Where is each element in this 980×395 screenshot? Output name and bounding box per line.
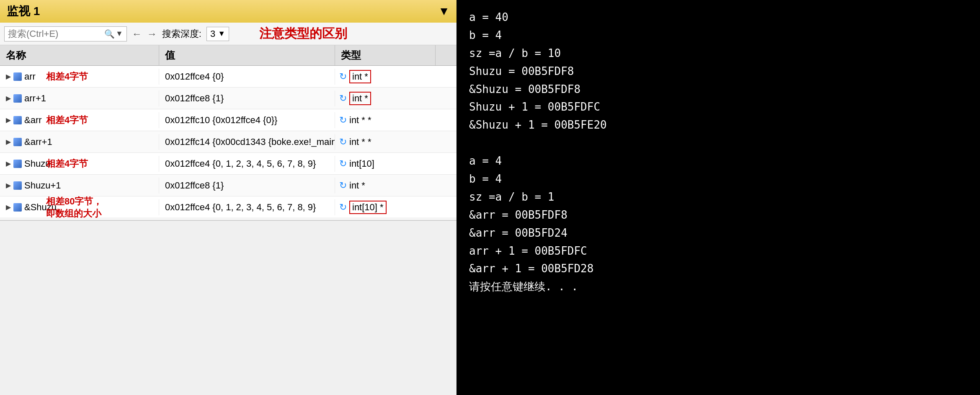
anno-diff-80: 相差80字节，即数组的大小: [46, 199, 102, 215]
expand-icon[interactable]: ▶: [6, 181, 11, 189]
type-cell: ↻ int * 一级指针: [335, 67, 436, 86]
type-cell: ↻ int * * 二级指针: [335, 112, 436, 128]
table-row: ▶ &arr 相差4字节 0x012ffc10 {0x012ffce4 {0}}…: [0, 109, 456, 131]
name-cell: ▶ Shuzu+1: [0, 178, 159, 194]
type-value-1: int *: [349, 92, 371, 105]
refresh-icon-2[interactable]: ↻: [339, 115, 347, 126]
search-icon[interactable]: 🔍: [104, 29, 115, 39]
back-arrow[interactable]: ←: [132, 28, 142, 40]
col-type: 类型: [335, 45, 436, 65]
bottom-spacer: [0, 220, 456, 395]
search-dropdown[interactable]: ▼: [116, 29, 123, 38]
console-panel: a = 40 b = 4 sz =a / b = 10 Shuzu = 00B5…: [456, 0, 980, 395]
anno-diff-4-1: 相差4字节: [46, 70, 88, 83]
depth-label: 搜索深度:: [162, 28, 201, 40]
col-value: 值: [159, 45, 335, 65]
toolbar: 🔍 ▼ ← → 搜索深度: 3 ▼ 注意类型的区别: [0, 23, 456, 45]
expand-icon[interactable]: ▶: [6, 116, 11, 124]
forward-arrow[interactable]: →: [147, 28, 157, 40]
search-input[interactable]: [8, 28, 104, 39]
type-cell: ↻ int[10] *: [335, 198, 436, 217]
depth-dropdown-arrow[interactable]: ▼: [218, 29, 225, 38]
value-cell: 0x012ffce4 {0, 1, 2, 3, 4, 5, 6, 7, 8, 9…: [159, 156, 335, 172]
var-name: arr: [24, 71, 36, 82]
col-name: 名称: [0, 45, 159, 65]
table-row: ▶ Shuzu+1 0x012ffce8 {1} ↻ int *: [0, 175, 456, 196]
refresh-icon-3[interactable]: ↻: [339, 137, 347, 147]
title-dropdown-arrow[interactable]: ▼: [438, 5, 450, 18]
table-row: ▶ &Shuzu 相差80字节，即数组的大小 0x012ffce4 {0, 1,…: [0, 196, 456, 218]
type-cell: ↻ int *: [335, 89, 436, 108]
type-value-2: int * *: [349, 115, 371, 126]
expand-icon[interactable]: ▶: [6, 72, 11, 80]
value-cell: 0x012ffc14 {0x00cd1343 {boke.exe!_mainCR…: [159, 134, 335, 150]
table-row: ▶ &Shuzu+1 0x012ffd0c {-858993460, 21126…: [0, 218, 456, 220]
var-name: &arr+1: [24, 137, 52, 147]
name-cell: ▶ &arr 相差4字节: [0, 112, 159, 128]
expand-icon[interactable]: ▶: [6, 94, 11, 102]
value-cell: 0x012ffce8 {1}: [159, 90, 335, 106]
depth-value: 3: [210, 28, 215, 39]
type-value-3: int * *: [349, 137, 371, 147]
type-value-0: int *: [349, 70, 371, 83]
value-cell: 0x012ffce4 {0, 1, 2, 3, 4, 5, 6, 7, 8, 9…: [159, 199, 335, 215]
watch-title: 监视 1: [7, 3, 40, 19]
main-layout: 监视 1 ▼ 🔍 ▼ ← → 搜索深度: 3 ▼ 注意类型的区别 名称: [0, 0, 980, 395]
type-cell: ↻ int[10] 数组类型: [335, 156, 436, 172]
type-cell: ↻ int *: [335, 178, 436, 194]
expand-icon[interactable]: ▶: [6, 160, 11, 168]
table-header: 名称 值 类型: [0, 45, 456, 66]
expand-icon[interactable]: ▶: [6, 203, 11, 211]
name-cell: ▶ arr 相差4字节: [0, 69, 159, 85]
anno-diff-4-3: 相差4字节: [46, 157, 88, 170]
annotation-type-notice: 注意类型的区别: [259, 25, 347, 42]
var-name: Shuzu+1: [24, 180, 61, 191]
anno-diff-4-2: 相差4字节: [46, 114, 88, 127]
table-row: ▶ Shuzu 相差4字节 0x012ffce4 {0, 1, 2, 3, 4,…: [0, 153, 456, 175]
name-cell: ▶ &arr+1: [0, 134, 159, 150]
var-icon: [13, 72, 22, 81]
table-body: ▶ arr 相差4字节 0x012ffce4 {0} ↻ int * 一级指针: [0, 66, 456, 220]
type-value-4: int[10]: [349, 158, 374, 169]
search-container: 🔍 ▼: [4, 26, 127, 41]
var-icon: [13, 138, 22, 146]
refresh-icon-6[interactable]: ↻: [339, 202, 347, 213]
name-cell: ▶ arr+1: [0, 90, 159, 106]
name-cell: ▶ &Shuzu 相差80字节，即数组的大小: [0, 199, 159, 215]
type-cell: ↻ int * *: [335, 134, 436, 150]
var-icon: [13, 160, 22, 168]
title-bar: 监视 1 ▼: [0, 0, 456, 23]
table-row: ▶ arr 相差4字节 0x012ffce4 {0} ↻ int * 一级指针: [0, 66, 456, 88]
var-icon: [13, 181, 22, 190]
var-icon: [13, 94, 22, 103]
var-name: arr+1: [24, 93, 46, 104]
type-value-5: int *: [349, 180, 365, 191]
console-output: a = 40 b = 4 sz =a / b = 10 Shuzu = 00B5…: [469, 8, 967, 296]
type-value-6: int[10] *: [349, 201, 387, 214]
refresh-icon-4[interactable]: ↻: [339, 158, 347, 169]
expand-icon[interactable]: ▶: [6, 138, 11, 146]
value-cell: 0x012ffce4 {0}: [159, 69, 335, 85]
table-row: ▶ arr+1 0x012ffce8 {1} ↻ int *: [0, 88, 456, 109]
watch-window: 监视 1 ▼ 🔍 ▼ ← → 搜索深度: 3 ▼ 注意类型的区别 名称: [0, 0, 456, 395]
refresh-icon-1[interactable]: ↻: [339, 93, 347, 104]
value-cell: 0x012ffce8 {1}: [159, 178, 335, 194]
name-cell: ▶ Shuzu 相差4字节: [0, 156, 159, 172]
var-name: &arr: [24, 115, 42, 126]
var-icon: [13, 116, 22, 124]
value-cell: 0x012ffc10 {0x012ffce4 {0}}: [159, 112, 335, 128]
refresh-icon-5[interactable]: ↻: [339, 180, 347, 191]
var-icon: [13, 203, 22, 212]
watch-table: 名称 值 类型 ▶ arr 相差4字节 0x012ffce4 {0}: [0, 45, 456, 220]
table-row: ▶ &arr+1 0x012ffc14 {0x00cd1343 {boke.ex…: [0, 131, 456, 153]
refresh-icon-0[interactable]: ↻: [339, 71, 347, 82]
